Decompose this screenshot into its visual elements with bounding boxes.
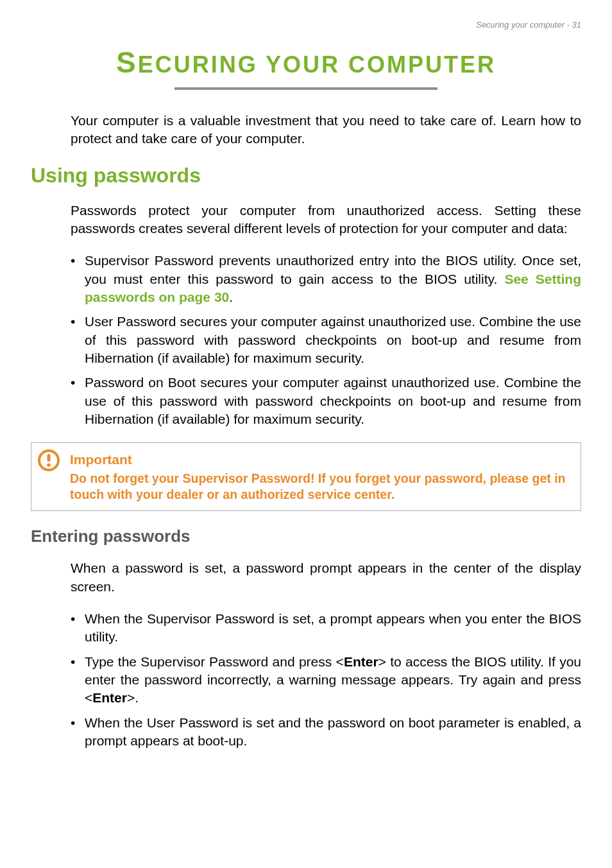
important-callout: Important Do not forget your Supervisor …: [31, 442, 581, 511]
period: .: [229, 290, 233, 304]
entering-passwords-intro: When a password is set, a password promp…: [71, 559, 581, 596]
title-underline: [174, 87, 438, 90]
list-item: User Password secures your computer agai…: [71, 313, 581, 367]
supervisor-prompt-text: When the Supervisor Password is set, a p…: [85, 611, 581, 644]
enter-key-1: Enter: [344, 654, 378, 669]
password-types-list: Supervisor Password prevents unauthorize…: [71, 252, 581, 428]
entering-passwords-heading: Entering passwords: [31, 525, 581, 548]
list-item: Supervisor Password prevents unauthorize…: [71, 252, 581, 306]
list-item: Type the Supervisor Password and press <…: [71, 653, 581, 707]
page-title: SECURING YOUR COMPUTER: [31, 42, 581, 82]
callout-title: Important: [70, 451, 572, 469]
type-supervisor-text-a: Type the Supervisor Password and press <: [85, 654, 344, 669]
list-item: Password on Boot secures your computer a…: [71, 374, 581, 428]
callout-body: Do not forget your Supervisor Password! …: [70, 471, 572, 503]
entering-passwords-list: When the Supervisor Password is set, a p…: [71, 610, 581, 750]
user-password-boot-text: When the User Password is set and the pa…: [85, 715, 581, 748]
user-password-text: User Password secures your computer agai…: [85, 314, 581, 365]
enter-key-2: Enter: [92, 690, 127, 705]
title-first-letter: S: [116, 46, 138, 79]
password-on-boot-text: Password on Boot secures your computer a…: [85, 375, 581, 426]
running-header: Securing your computer - 31: [31, 19, 581, 31]
using-passwords-heading: Using passwords: [31, 162, 581, 189]
type-supervisor-text-c: >.: [127, 690, 139, 705]
using-passwords-intro: Passwords protect your computer from una…: [71, 202, 581, 238]
svg-point-2: [47, 464, 51, 467]
intro-paragraph: Your computer is a valuable investment t…: [71, 112, 581, 148]
alert-icon: [38, 449, 60, 476]
list-item: When the User Password is set and the pa…: [71, 714, 581, 751]
list-item: When the Supervisor Password is set, a p…: [71, 610, 581, 647]
title-rest: ECURING YOUR COMPUTER: [138, 51, 496, 78]
svg-rect-1: [47, 454, 51, 462]
